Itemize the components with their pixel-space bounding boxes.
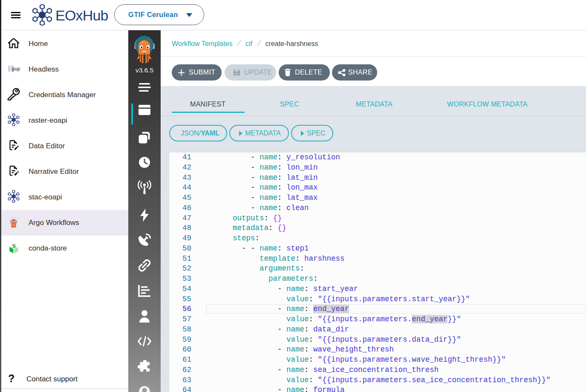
- svg-text:geoapi: geoapi: [12, 66, 20, 72]
- svg-text:s: s: [12, 242, 16, 250]
